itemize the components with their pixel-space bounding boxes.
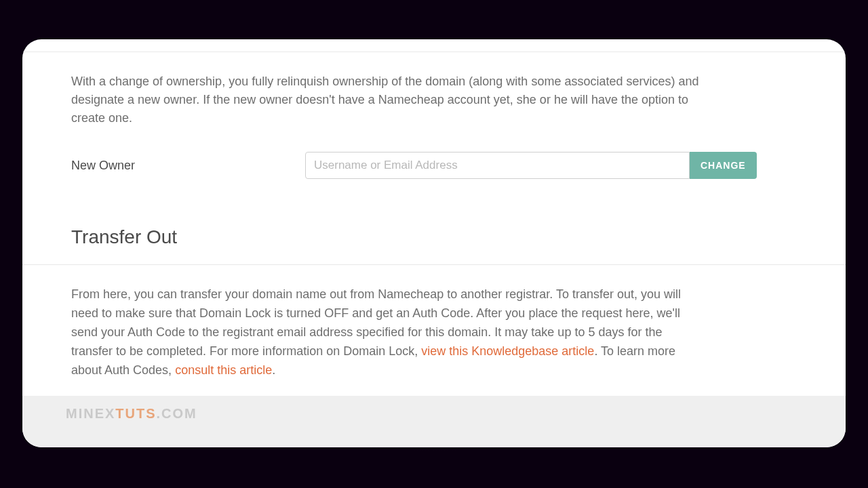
new-owner-row: New Owner CHANGE <box>22 127 846 179</box>
new-owner-input-group: CHANGE <box>305 152 757 179</box>
watermark-part: TUTS <box>115 406 156 421</box>
transfer-out-description: From here, you can transfer your domain … <box>22 265 755 380</box>
transfer-desc-text: . <box>272 363 275 377</box>
knowledgebase-link[interactable]: view this Knowledgebase article <box>421 344 594 358</box>
footer-bar <box>22 396 846 447</box>
transfer-out-title: Transfer Out <box>22 179 846 248</box>
watermark: MINEXTUTS.COM <box>66 406 197 422</box>
watermark-part: .COM <box>157 406 197 421</box>
content-area: With a change of ownership, you fully re… <box>22 52 846 439</box>
new-owner-input[interactable] <box>305 152 690 179</box>
new-owner-label: New Owner <box>71 159 305 173</box>
change-button[interactable]: CHANGE <box>690 152 757 179</box>
auth-codes-link[interactable]: consult this article <box>175 363 272 377</box>
settings-card: With a change of ownership, you fully re… <box>22 39 846 447</box>
watermark-part: MINEX <box>66 406 115 421</box>
ownership-description: With a change of ownership, you fully re… <box>22 52 755 127</box>
